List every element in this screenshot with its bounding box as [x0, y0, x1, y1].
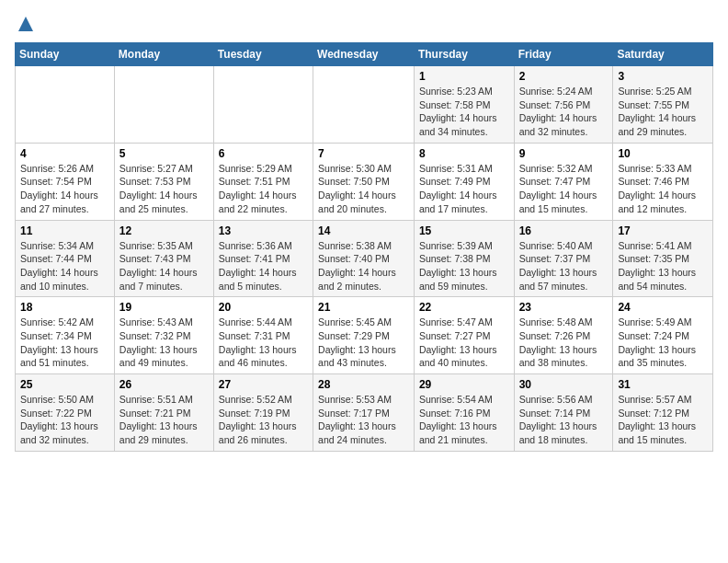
- calendar-cell: [313, 66, 415, 144]
- day-info: Sunrise: 5:49 AMSunset: 7:24 PMDaylight:…: [618, 316, 708, 370]
- calendar-week-3: 11Sunrise: 5:34 AMSunset: 7:44 PMDayligh…: [16, 220, 713, 297]
- day-number: 26: [119, 378, 209, 391]
- day-info: Sunrise: 5:54 AMSunset: 7:16 PMDaylight:…: [419, 393, 509, 447]
- day-number: 28: [318, 378, 409, 391]
- day-info: Sunrise: 5:27 AMSunset: 7:53 PMDaylight:…: [119, 162, 209, 216]
- calendar-cell: 10Sunrise: 5:33 AMSunset: 7:46 PMDayligh…: [613, 143, 713, 220]
- calendar-cell: 24Sunrise: 5:49 AMSunset: 7:24 PMDayligh…: [613, 297, 713, 374]
- calendar-week-4: 18Sunrise: 5:42 AMSunset: 7:34 PMDayligh…: [16, 297, 713, 374]
- calendar-cell: [114, 66, 213, 144]
- day-number: 15: [419, 224, 509, 237]
- day-info: Sunrise: 5:40 AMSunset: 7:37 PMDaylight:…: [519, 239, 609, 293]
- svg-marker-0: [18, 17, 33, 31]
- day-info: Sunrise: 5:35 AMSunset: 7:43 PMDaylight:…: [119, 239, 209, 293]
- calendar-cell: 16Sunrise: 5:40 AMSunset: 7:37 PMDayligh…: [514, 220, 613, 297]
- day-info: Sunrise: 5:31 AMSunset: 7:49 PMDaylight:…: [419, 162, 509, 216]
- day-info: Sunrise: 5:30 AMSunset: 7:50 PMDaylight:…: [318, 162, 409, 216]
- calendar-cell: 28Sunrise: 5:53 AMSunset: 7:17 PMDayligh…: [313, 374, 415, 452]
- calendar-week-5: 25Sunrise: 5:50 AMSunset: 7:22 PMDayligh…: [16, 374, 713, 452]
- day-info: Sunrise: 5:41 AMSunset: 7:35 PMDaylight:…: [618, 239, 708, 293]
- calendar-cell: 12Sunrise: 5:35 AMSunset: 7:43 PMDayligh…: [114, 220, 213, 297]
- day-number: 20: [219, 301, 308, 314]
- calendar-cell: 1Sunrise: 5:23 AMSunset: 7:58 PMDaylight…: [414, 66, 514, 144]
- day-info: Sunrise: 5:29 AMSunset: 7:51 PMDaylight:…: [219, 162, 308, 216]
- calendar-cell: 6Sunrise: 5:29 AMSunset: 7:51 PMDaylight…: [213, 143, 313, 220]
- day-info: Sunrise: 5:50 AMSunset: 7:22 PMDaylight:…: [20, 393, 109, 447]
- day-number: 9: [519, 147, 609, 160]
- day-info: Sunrise: 5:44 AMSunset: 7:31 PMDaylight:…: [219, 316, 308, 370]
- day-number: 25: [20, 378, 109, 391]
- day-number: 7: [318, 147, 409, 160]
- day-number: 16: [519, 224, 609, 237]
- day-info: Sunrise: 5:48 AMSunset: 7:26 PMDaylight:…: [519, 316, 609, 370]
- day-info: Sunrise: 5:24 AMSunset: 7:56 PMDaylight:…: [519, 85, 609, 139]
- day-info: Sunrise: 5:23 AMSunset: 7:58 PMDaylight:…: [419, 85, 509, 139]
- calendar-cell: 2Sunrise: 5:24 AMSunset: 7:56 PMDaylight…: [514, 66, 613, 144]
- calendar-cell: 8Sunrise: 5:31 AMSunset: 7:49 PMDaylight…: [414, 143, 514, 220]
- weekday-header-saturday: Saturday: [613, 43, 713, 66]
- calendar-cell: 15Sunrise: 5:39 AMSunset: 7:38 PMDayligh…: [414, 220, 514, 297]
- day-info: Sunrise: 5:38 AMSunset: 7:40 PMDaylight:…: [318, 239, 409, 293]
- day-info: Sunrise: 5:39 AMSunset: 7:38 PMDaylight:…: [419, 239, 509, 293]
- day-info: Sunrise: 5:43 AMSunset: 7:32 PMDaylight:…: [119, 316, 209, 370]
- day-info: Sunrise: 5:47 AMSunset: 7:27 PMDaylight:…: [419, 316, 509, 370]
- weekday-header-wednesday: Wednesday: [313, 43, 415, 66]
- calendar-cell: [213, 66, 313, 144]
- calendar-cell: 4Sunrise: 5:26 AMSunset: 7:54 PMDaylight…: [16, 143, 115, 220]
- calendar-cell: 17Sunrise: 5:41 AMSunset: 7:35 PMDayligh…: [613, 220, 713, 297]
- day-info: Sunrise: 5:42 AMSunset: 7:34 PMDaylight:…: [20, 316, 109, 370]
- calendar-cell: 5Sunrise: 5:27 AMSunset: 7:53 PMDaylight…: [114, 143, 213, 220]
- day-info: Sunrise: 5:34 AMSunset: 7:44 PMDaylight:…: [20, 239, 109, 293]
- calendar-cell: 30Sunrise: 5:56 AMSunset: 7:14 PMDayligh…: [514, 374, 613, 452]
- day-number: 12: [119, 224, 209, 237]
- day-info: Sunrise: 5:53 AMSunset: 7:17 PMDaylight:…: [318, 393, 409, 447]
- day-number: 5: [119, 147, 209, 160]
- day-number: 14: [318, 224, 409, 237]
- calendar-table: SundayMondayTuesdayWednesdayThursdayFrid…: [15, 42, 713, 452]
- calendar-cell: 18Sunrise: 5:42 AMSunset: 7:34 PMDayligh…: [16, 297, 115, 374]
- day-number: 24: [618, 301, 708, 314]
- calendar-cell: 20Sunrise: 5:44 AMSunset: 7:31 PMDayligh…: [213, 297, 313, 374]
- logo-icon: [17, 15, 35, 33]
- weekday-header-thursday: Thursday: [414, 43, 514, 66]
- weekday-header-tuesday: Tuesday: [213, 43, 313, 66]
- day-info: Sunrise: 5:26 AMSunset: 7:54 PMDaylight:…: [20, 162, 109, 216]
- calendar-cell: 11Sunrise: 5:34 AMSunset: 7:44 PMDayligh…: [16, 220, 115, 297]
- day-info: Sunrise: 5:33 AMSunset: 7:46 PMDaylight:…: [618, 162, 708, 216]
- calendar-cell: 3Sunrise: 5:25 AMSunset: 7:55 PMDaylight…: [613, 66, 713, 144]
- day-number: 29: [419, 378, 509, 391]
- day-number: 22: [419, 301, 509, 314]
- day-number: 3: [618, 70, 708, 83]
- day-info: Sunrise: 5:52 AMSunset: 7:19 PMDaylight:…: [219, 393, 308, 447]
- calendar-cell: 13Sunrise: 5:36 AMSunset: 7:41 PMDayligh…: [213, 220, 313, 297]
- calendar-cell: 26Sunrise: 5:51 AMSunset: 7:21 PMDayligh…: [114, 374, 213, 452]
- calendar-cell: 29Sunrise: 5:54 AMSunset: 7:16 PMDayligh…: [414, 374, 514, 452]
- day-number: 6: [219, 147, 308, 160]
- day-number: 31: [618, 378, 708, 391]
- calendar-cell: 19Sunrise: 5:43 AMSunset: 7:32 PMDayligh…: [114, 297, 213, 374]
- day-number: 30: [519, 378, 609, 391]
- day-info: Sunrise: 5:45 AMSunset: 7:29 PMDaylight:…: [318, 316, 409, 370]
- day-info: Sunrise: 5:57 AMSunset: 7:12 PMDaylight:…: [618, 393, 708, 447]
- calendar-cell: 7Sunrise: 5:30 AMSunset: 7:50 PMDaylight…: [313, 143, 415, 220]
- page-header: [15, 15, 713, 33]
- calendar-cell: [16, 66, 115, 144]
- day-info: Sunrise: 5:56 AMSunset: 7:14 PMDaylight:…: [519, 393, 609, 447]
- weekday-header-friday: Friday: [514, 43, 613, 66]
- day-number: 19: [119, 301, 209, 314]
- calendar-cell: 31Sunrise: 5:57 AMSunset: 7:12 PMDayligh…: [613, 374, 713, 452]
- day-info: Sunrise: 5:36 AMSunset: 7:41 PMDaylight:…: [219, 239, 308, 293]
- day-number: 2: [519, 70, 609, 83]
- day-info: Sunrise: 5:51 AMSunset: 7:21 PMDaylight:…: [119, 393, 209, 447]
- calendar-cell: 21Sunrise: 5:45 AMSunset: 7:29 PMDayligh…: [313, 297, 415, 374]
- day-number: 13: [219, 224, 308, 237]
- weekday-header-monday: Monday: [114, 43, 213, 66]
- weekday-header-sunday: Sunday: [16, 43, 115, 66]
- day-number: 23: [519, 301, 609, 314]
- day-number: 18: [20, 301, 109, 314]
- day-number: 10: [618, 147, 708, 160]
- day-number: 27: [219, 378, 308, 391]
- day-info: Sunrise: 5:32 AMSunset: 7:47 PMDaylight:…: [519, 162, 609, 216]
- day-number: 1: [419, 70, 509, 83]
- day-number: 21: [318, 301, 409, 314]
